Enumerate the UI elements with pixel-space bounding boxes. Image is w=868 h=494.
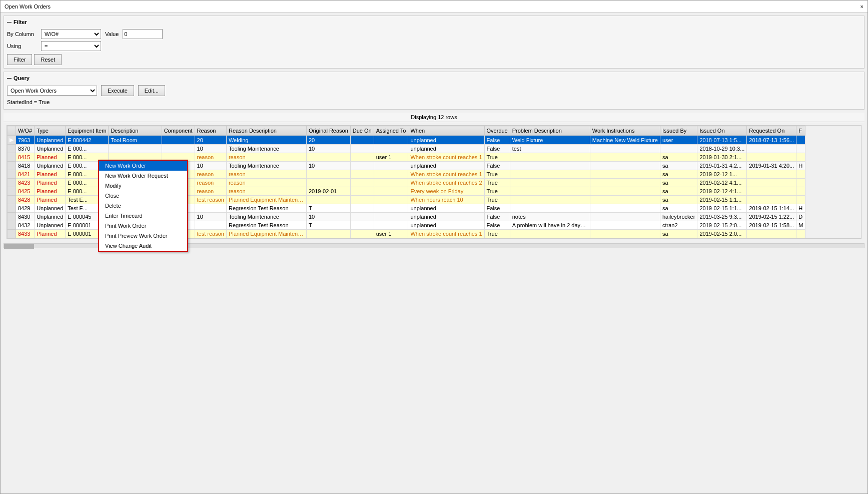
col-reason-desc[interactable]: Reason Description xyxy=(226,126,306,136)
cell-when: Every week on Friday xyxy=(408,187,484,196)
cell-overdue: False xyxy=(484,213,510,221)
col-type[interactable]: Type xyxy=(35,126,66,136)
cell-issued-on: 2018-10-29 10:3... xyxy=(697,145,747,153)
cell-prob-desc xyxy=(510,170,590,179)
cell-when: unplanned xyxy=(408,136,484,145)
cell-overdue: False xyxy=(484,136,510,145)
context-menu-item-3[interactable]: Close xyxy=(99,191,187,201)
table-row[interactable]: ▶ 7963 Unplanned E 000442 Tool Room 20 W… xyxy=(8,136,805,145)
cell-requested-on: 2019-02-15 1:22... xyxy=(747,213,796,221)
col-flag[interactable]: F xyxy=(796,126,805,136)
context-menu-item-8[interactable]: View Change Audit xyxy=(99,241,187,251)
cell-issued-on: 2019-02-15 1:1... xyxy=(697,204,747,213)
using-select[interactable]: = != < > <= >= contains xyxy=(41,41,101,51)
cell-when: unplanned xyxy=(408,221,484,230)
cell-prob-desc: A problem will have in 2 days. I wish yo… xyxy=(510,221,590,230)
cell-requested-on xyxy=(747,153,796,162)
close-button[interactable]: × xyxy=(860,4,863,10)
col-work-inst[interactable]: Work Instructions xyxy=(590,126,660,136)
col-assigned[interactable]: Assigned To xyxy=(374,126,408,136)
cell-type: Unplanned xyxy=(35,136,66,145)
cell-issued-on: 2019-02-12 1... xyxy=(697,170,747,179)
col-prob-desc[interactable]: Problem Description xyxy=(510,126,590,136)
cell-assigned: user 1 xyxy=(374,153,408,162)
cell-orig-reason xyxy=(306,196,350,204)
cell-requested-on: 2018-07-13 1:56... xyxy=(747,136,796,145)
col-desc[interactable]: Description xyxy=(109,126,162,136)
cell-flag xyxy=(796,170,805,179)
filter-label: Filter xyxy=(14,19,27,25)
filter-collapse-btn[interactable]: — xyxy=(7,20,12,25)
cell-assigned xyxy=(374,187,408,196)
cell-requested-on: 2019-02-15 1:14... xyxy=(747,204,796,213)
value-input[interactable] xyxy=(123,29,163,39)
execute-button[interactable]: Execute xyxy=(101,85,134,96)
context-menu-item-0[interactable]: New Work Order xyxy=(99,161,187,171)
context-menu-item-1[interactable]: New Work Order Request xyxy=(99,171,187,181)
col-wo[interactable]: W/O# xyxy=(16,126,35,136)
query-row: Open Work Orders All Work Orders Planned… xyxy=(7,85,861,96)
cell-when: unplanned xyxy=(408,204,484,213)
cell-assigned xyxy=(374,162,408,170)
col-overdue[interactable]: Overdue xyxy=(484,126,510,136)
cell-type: Unplanned xyxy=(35,204,66,213)
cell-overdue: True xyxy=(484,153,510,162)
cell-type: Planned xyxy=(35,170,66,179)
cell-reason: reason xyxy=(195,179,226,187)
window-title: Open Work Orders xyxy=(5,4,51,10)
cell-assigned xyxy=(374,204,408,213)
cell-issued-by: sa xyxy=(660,187,697,196)
cell-flag: H xyxy=(796,162,805,170)
cell-desc: Tool Room xyxy=(109,136,162,145)
col-issued-by[interactable]: Issued By xyxy=(660,126,697,136)
cell-equip: E 000... xyxy=(66,145,109,153)
context-menu-item-6[interactable]: Print Work Order xyxy=(99,221,187,231)
filter-button[interactable]: Filter xyxy=(7,54,32,65)
cell-type: Unplanned xyxy=(35,145,66,153)
col-issued-on[interactable]: Issued On xyxy=(697,126,747,136)
cell-requested-on xyxy=(747,187,796,196)
cell-flag xyxy=(796,153,805,162)
cell-reason-desc: Tooling Maintenance xyxy=(226,213,306,221)
cell-issued-on: 2018-07-13 1:5... xyxy=(697,136,747,145)
query-collapse-btn[interactable]: — xyxy=(7,76,12,81)
col-equip[interactable]: Equipment Item xyxy=(66,126,109,136)
context-menu-item-4[interactable]: Delete xyxy=(99,201,187,211)
using-label: Using xyxy=(7,43,37,49)
cell-reason-desc: reason xyxy=(226,153,306,162)
cell-type: Planned xyxy=(35,196,66,204)
col-due[interactable]: Due On xyxy=(350,126,374,136)
cell-requested-on xyxy=(747,230,796,238)
query-select[interactable]: Open Work Orders All Work Orders Planned… xyxy=(7,86,97,96)
context-menu: New Work OrderNew Work Order RequestModi… xyxy=(98,160,188,252)
edit-button[interactable]: Edit... xyxy=(138,85,165,96)
table-header-row: W/O# Type Equipment Item Description Com… xyxy=(8,126,805,136)
cell-reason-desc: Welding xyxy=(226,136,306,145)
cell-issued-on: 2019-02-15 2:0... xyxy=(697,221,747,230)
col-when[interactable]: When xyxy=(408,126,484,136)
cell-prob-desc: notes xyxy=(510,213,590,221)
col-requested-on[interactable]: Requested On xyxy=(747,126,796,136)
cell-when: When stroke count reaches 2 xyxy=(408,179,484,187)
cell-requested-on xyxy=(747,145,796,153)
context-menu-item-2[interactable]: Modify xyxy=(99,181,187,191)
col-reason[interactable]: Reason xyxy=(195,126,226,136)
cell-due xyxy=(350,170,374,179)
cell-overdue: False xyxy=(484,204,510,213)
query-section: — Query Open Work Orders All Work Orders… xyxy=(4,72,864,110)
context-menu-item-5[interactable]: Enter Timecard xyxy=(99,211,187,221)
col-orig-reason[interactable]: Original Reason xyxy=(306,126,350,136)
cell-due xyxy=(350,179,374,187)
table-status: Displaying 12 rows xyxy=(4,113,864,122)
reset-button[interactable]: Reset xyxy=(34,54,62,65)
cell-issued-on: 2019-02-15 1:1... xyxy=(697,196,747,204)
cell-overdue: True xyxy=(484,179,510,187)
cell-reason: test reason xyxy=(195,196,226,204)
col-component[interactable]: Component xyxy=(162,126,195,136)
context-menu-item-7[interactable]: Print Preview Work Order xyxy=(99,231,187,241)
table-row[interactable]: 8370 Unplanned E 000... 10 Tooling Maint… xyxy=(8,145,805,153)
cell-reason: 10 xyxy=(195,162,226,170)
filter-header: — Filter xyxy=(7,19,861,25)
cell-requested-on xyxy=(747,196,796,204)
by-column-select[interactable]: W/O# Type Equipment Item Description Com… xyxy=(41,29,101,39)
